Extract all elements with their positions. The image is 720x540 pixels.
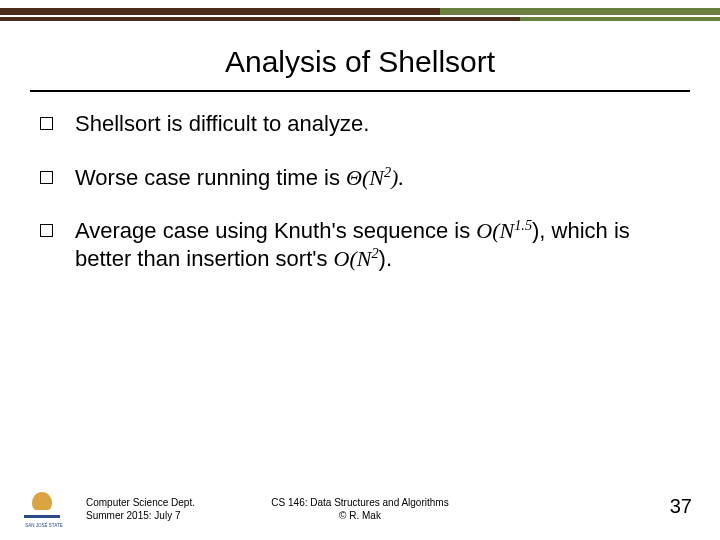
bullet-text: Shellsort is difficult to analyze. [75, 110, 680, 138]
superscript: 1.5 [514, 217, 532, 233]
bullet-item: Worse case running time is Θ(N2). [40, 164, 680, 192]
math-fragment: O(N [334, 246, 372, 271]
logo-bar [24, 515, 60, 518]
bar-green [440, 8, 720, 15]
bullet-item: Shellsort is difficult to analyze. [40, 110, 680, 138]
math-fragment: ). [391, 165, 404, 190]
text-fragment: ). [379, 246, 392, 271]
bullet-item: Average case using Knuth's sequence is O… [40, 217, 680, 272]
footer-line: Computer Science Dept. [86, 497, 195, 510]
bullet-text: Average case using Knuth's sequence is O… [75, 217, 680, 272]
footer-line: CS 146: Data Structures and Algorithms [271, 497, 448, 510]
text-fragment: Worse case running time is [75, 165, 346, 190]
bar-dark [0, 8, 440, 15]
logo-flame-icon [32, 492, 52, 510]
slide-title: Analysis of Shellsort [0, 45, 720, 79]
bullet-box-icon [40, 117, 53, 130]
footer-left: Computer Science Dept. Summer 2015: July… [86, 497, 195, 522]
slide: Analysis of Shellsort Shellsort is diffi… [0, 0, 720, 540]
math-fragment: O(N [476, 218, 514, 243]
bullet-box-icon [40, 171, 53, 184]
bar-dark [0, 17, 520, 21]
bar-row [0, 17, 720, 21]
university-logo: SAN JOSÉ STATE [24, 492, 60, 526]
title-underline [30, 90, 690, 92]
math-fragment: Θ(N [346, 165, 384, 190]
bullet-box-icon [40, 224, 53, 237]
footer-line: © R. Mak [271, 510, 448, 523]
superscript: 2 [371, 244, 378, 260]
text-fragment: Average case using Knuth's sequence is [75, 218, 476, 243]
footer-center: CS 146: Data Structures and Algorithms ©… [271, 497, 448, 522]
footer-line: Summer 2015: July 7 [86, 510, 195, 523]
bar-row [0, 8, 720, 15]
slide-body: Shellsort is difficult to analyze. Worse… [40, 110, 680, 298]
logo-text: SAN JOSÉ STATE [24, 524, 64, 529]
footer: SAN JOSÉ STATE Computer Science Dept. Su… [0, 478, 720, 528]
bullet-text: Worse case running time is Θ(N2). [75, 164, 680, 192]
decorative-top-bars [0, 8, 720, 21]
slide-number: 37 [670, 495, 692, 518]
bar-green [520, 17, 720, 21]
